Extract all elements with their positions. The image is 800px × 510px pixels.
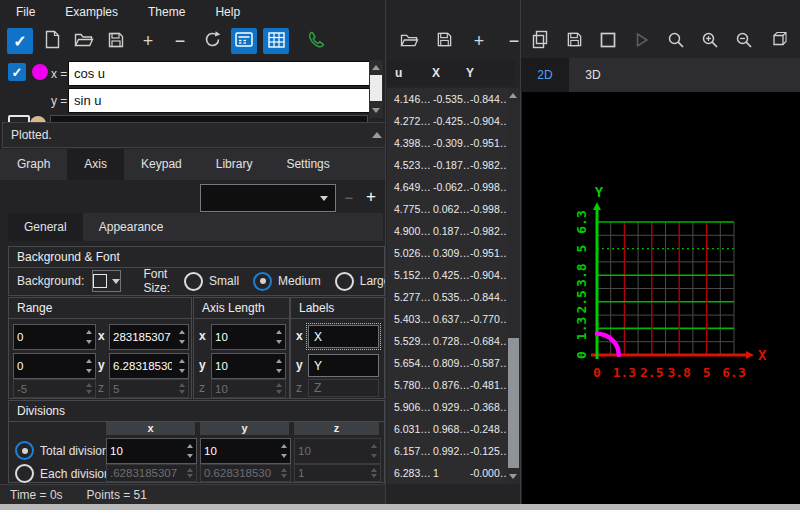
view-tab-2d[interactable]: 2D bbox=[521, 58, 569, 92]
zoom-in-button[interactable] bbox=[699, 28, 721, 54]
table-row[interactable]: 6.283…1-0.000… bbox=[387, 462, 507, 484]
table-row[interactable]: 4.146…-0.535…-0.844… bbox=[387, 88, 507, 110]
axislen-x-input[interactable] bbox=[212, 325, 272, 349]
view-tab-3d[interactable]: 3D bbox=[569, 58, 617, 92]
spinner-arrows[interactable] bbox=[82, 325, 95, 349]
scroll-up-icon[interactable] bbox=[509, 93, 517, 98]
play-button[interactable] bbox=[631, 28, 653, 54]
table-row[interactable]: 5.026…0.309…-0.951… bbox=[387, 242, 507, 264]
table-row[interactable]: 5.780…0.876…-0.481… bbox=[387, 374, 507, 396]
range-x-max-input[interactable] bbox=[110, 325, 175, 349]
table-row[interactable]: 4.900…0.187…-0.982… bbox=[387, 220, 507, 242]
labels-y-input[interactable] bbox=[309, 355, 388, 376]
copy-button[interactable] bbox=[529, 28, 551, 54]
scroll-up-icon[interactable] bbox=[372, 65, 380, 70]
table-add-button[interactable]: + bbox=[468, 28, 490, 54]
range-y-min-input[interactable] bbox=[14, 354, 82, 378]
cube-3d-button[interactable] bbox=[767, 28, 789, 54]
table-scrollbar[interactable] bbox=[507, 88, 520, 484]
tab-axis[interactable]: Axis bbox=[67, 149, 124, 180]
check-icon: ✓ bbox=[13, 32, 26, 51]
open-file-button[interactable] bbox=[71, 28, 97, 54]
axis-selector-dropdown[interactable] bbox=[200, 184, 336, 212]
plot-canvas[interactable]: XY001.31.32.52.53.83.8556.36.3 bbox=[522, 92, 800, 504]
spinner-arrows[interactable] bbox=[183, 439, 196, 463]
subtab-appearance[interactable]: Appearance bbox=[83, 213, 180, 241]
table-save-button[interactable] bbox=[433, 28, 455, 54]
table-row[interactable]: 5.654…0.809…-0.587… bbox=[387, 352, 507, 374]
background-color-dropdown[interactable] bbox=[92, 270, 121, 292]
table-row[interactable]: 6.157…0.992…-0.125… bbox=[387, 440, 507, 462]
scrollbar-thumb[interactable] bbox=[370, 75, 382, 101]
total-divisions-radio[interactable]: Total divisions bbox=[15, 441, 115, 460]
range-y-max-input[interactable] bbox=[110, 354, 175, 378]
subtab-general[interactable]: General bbox=[8, 213, 83, 241]
table-open-button[interactable] bbox=[398, 28, 420, 54]
table-row[interactable]: 6.031…0.968…-0.248… bbox=[387, 418, 507, 440]
range-x-min-input[interactable] bbox=[14, 325, 82, 349]
collapse-chevron-icon[interactable] bbox=[372, 132, 382, 138]
scroll-down-icon[interactable] bbox=[372, 108, 380, 113]
font-size-small[interactable]: Small bbox=[184, 272, 239, 291]
table-row[interactable]: 4.272…-0.425…-0.904… bbox=[387, 110, 507, 132]
table-row[interactable]: 4.523…-0.187…-0.982… bbox=[387, 154, 507, 176]
spinner-arrows[interactable] bbox=[277, 439, 290, 463]
menu-help[interactable]: Help bbox=[203, 1, 252, 23]
search-button[interactable] bbox=[665, 28, 687, 54]
menu-examples[interactable]: Examples bbox=[53, 1, 130, 23]
each-division-radio[interactable]: Each division bbox=[15, 464, 111, 483]
curve-color-swatch[interactable] bbox=[32, 64, 48, 80]
equation-enabled-checkbox[interactable]: ✓ bbox=[8, 63, 26, 81]
table-row[interactable]: 5.529…0.728…-0.684… bbox=[387, 330, 507, 352]
table-cell: -0.062… bbox=[433, 181, 470, 193]
stop-button[interactable] bbox=[597, 28, 619, 54]
menu-theme[interactable]: Theme bbox=[136, 1, 197, 23]
y-equation-input[interactable] bbox=[68, 88, 378, 113]
add-axis-button[interactable]: + bbox=[360, 184, 382, 210]
save-file-button[interactable] bbox=[103, 28, 129, 54]
equation2-input[interactable] bbox=[50, 115, 368, 122]
axislen-z-input bbox=[212, 380, 272, 397]
add-equation-button[interactable]: + bbox=[135, 28, 161, 54]
spinner-arrows[interactable] bbox=[82, 354, 95, 378]
phone-button[interactable] bbox=[303, 28, 329, 54]
total-div-x-input[interactable] bbox=[107, 439, 183, 463]
table-row[interactable]: 5.277…0.535…-0.844… bbox=[387, 286, 507, 308]
font-size-large[interactable]: Large bbox=[335, 272, 391, 291]
remove-axis-button[interactable]: − bbox=[340, 184, 358, 210]
equation2-checkbox[interactable] bbox=[8, 115, 30, 122]
zoom-out-button[interactable] bbox=[733, 28, 755, 54]
menu-file[interactable]: File bbox=[4, 1, 47, 23]
scroll-down-icon[interactable] bbox=[509, 474, 517, 479]
plot-save-button[interactable] bbox=[563, 28, 585, 54]
table-row[interactable]: 4.398…-0.309…-0.951… bbox=[387, 132, 507, 154]
tab-library[interactable]: Library bbox=[199, 149, 270, 180]
new-file-button[interactable] bbox=[39, 28, 65, 54]
table-cell: 6.283… bbox=[394, 467, 433, 479]
total-div-y-input[interactable] bbox=[201, 439, 277, 463]
table-row[interactable]: 5.906…0.929…-0.368… bbox=[387, 396, 507, 418]
tab-keypad[interactable]: Keypad bbox=[124, 149, 199, 180]
table-row[interactable]: 4.775…0.062…-0.998… bbox=[387, 198, 507, 220]
spinner-arrows[interactable] bbox=[272, 354, 285, 378]
x-equation-input[interactable] bbox=[68, 61, 378, 86]
table-row[interactable]: 4.649…-0.062…-0.998… bbox=[387, 176, 507, 198]
equation-area: ✓ x = y = bbox=[0, 58, 385, 122]
equation-scrollbar[interactable] bbox=[369, 60, 383, 118]
axislen-y-input[interactable] bbox=[212, 354, 272, 378]
table-row[interactable]: 5.152…0.425…-0.904… bbox=[387, 264, 507, 286]
calculator-button[interactable] bbox=[231, 28, 257, 54]
spinner-arrows[interactable] bbox=[175, 354, 188, 378]
data-table-button[interactable] bbox=[263, 28, 289, 54]
table-row[interactable]: 5.403…0.637…-0.770… bbox=[387, 308, 507, 330]
plot-button[interactable]: ✓ bbox=[7, 28, 33, 54]
tab-graph[interactable]: Graph bbox=[0, 149, 67, 180]
tab-settings[interactable]: Settings bbox=[269, 149, 346, 180]
spinner-arrows[interactable] bbox=[175, 325, 188, 349]
scrollbar-thumb[interactable] bbox=[508, 338, 519, 468]
refresh-button[interactable] bbox=[199, 28, 225, 54]
font-size-medium[interactable]: Medium bbox=[253, 272, 321, 291]
spinner-arrows[interactable] bbox=[272, 325, 285, 349]
labels-x-input[interactable] bbox=[309, 326, 388, 347]
remove-equation-button[interactable]: − bbox=[167, 28, 193, 54]
